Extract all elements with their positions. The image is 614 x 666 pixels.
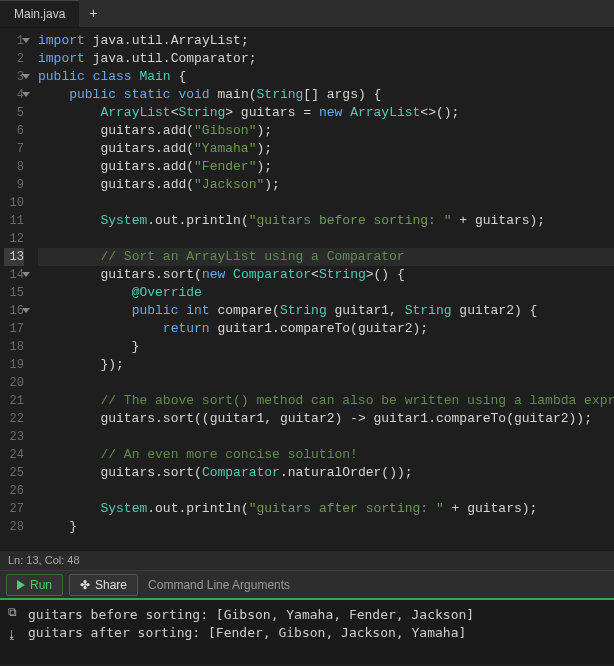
console-panel: ⧉ ⭳ guitars before sorting: [Gibson, Yam… [0,600,614,664]
line-number: 17 [4,320,24,338]
line-number: 12 [4,230,24,248]
line-number: 7 [4,140,24,158]
code-line[interactable]: public class Main { [38,68,614,86]
code-line[interactable]: System.out.println("guitars before sorti… [38,212,614,230]
code-line[interactable]: public int compare(String guitar1, Strin… [38,302,614,320]
line-gutter: 1234567891011121314151617181920212223242… [0,28,30,550]
line-number: 4 [4,86,24,104]
code-line[interactable]: return guitar1.compareTo(guitar2); [38,320,614,338]
line-number: 24 [4,446,24,464]
code-line[interactable]: } [38,518,614,536]
line-number: 16 [4,302,24,320]
line-number: 28 [4,518,24,536]
toolbar: Run ✤ Share Command Line Arguments [0,570,614,600]
code-line[interactable]: @Override [38,284,614,302]
code-line[interactable]: // An even more concise solution! [38,446,614,464]
code-line[interactable]: import java.util.Comparator; [38,50,614,68]
tab-main-java[interactable]: Main.java [0,0,79,27]
share-button[interactable]: ✤ Share [69,574,138,596]
line-number: 10 [4,194,24,212]
code-line[interactable]: public static void main(String[] args) { [38,86,614,104]
line-number: 15 [4,284,24,302]
line-number: 20 [4,374,24,392]
code-line[interactable]: } [38,338,614,356]
code-line[interactable] [38,230,614,248]
code-line[interactable]: guitars.add("Gibson"); [38,122,614,140]
status-bar: Ln: 13, Col: 48 [0,550,614,570]
tab-bar: Main.java + [0,0,614,28]
code-line[interactable] [38,482,614,500]
line-number: 14 [4,266,24,284]
code-line[interactable]: guitars.add("Yamaha"); [38,140,614,158]
code-line[interactable]: guitars.sort((guitar1, guitar2) -> guita… [38,410,614,428]
code-line[interactable]: guitars.add("Jackson"); [38,176,614,194]
line-number: 1 [4,32,24,50]
line-number: 18 [4,338,24,356]
line-number: 26 [4,482,24,500]
line-number: 3 [4,68,24,86]
console-output: guitars before sorting: [Gibson, Yamaha,… [24,600,478,664]
code-area[interactable]: import java.util.ArrayList;import java.u… [30,28,614,550]
code-line[interactable]: }); [38,356,614,374]
console-toolbar: ⧉ ⭳ [0,600,24,664]
code-line[interactable] [38,428,614,446]
code-line[interactable]: guitars.add("Fender"); [38,158,614,176]
share-icon: ✤ [80,578,90,592]
run-button[interactable]: Run [6,574,63,596]
cursor-position: Ln: 13, Col: 48 [8,554,80,566]
code-line[interactable]: // Sort an ArrayList using a Comparator [38,248,614,266]
line-number: 22 [4,410,24,428]
line-number: 19 [4,356,24,374]
code-line[interactable]: import java.util.ArrayList; [38,32,614,50]
share-label: Share [95,578,127,592]
line-number: 11 [4,212,24,230]
code-line[interactable]: ArrayList<String> guitars = new ArrayLis… [38,104,614,122]
code-line[interactable]: guitars.sort(Comparator.naturalOrder()); [38,464,614,482]
code-editor[interactable]: 1234567891011121314151617181920212223242… [0,28,614,550]
line-number: 23 [4,428,24,446]
line-number: 21 [4,392,24,410]
line-number: 8 [4,158,24,176]
line-number: 9 [4,176,24,194]
line-number: 25 [4,464,24,482]
add-tab-button[interactable]: + [79,0,107,28]
code-line[interactable] [38,194,614,212]
code-line[interactable]: System.out.println("guitars after sortin… [38,500,614,518]
line-number: 2 [4,50,24,68]
command-line-args-input[interactable]: Command Line Arguments [144,578,290,592]
line-number: 13 [4,248,24,266]
download-icon[interactable]: ⭳ [5,628,19,642]
line-number: 27 [4,500,24,518]
code-line[interactable]: // The above sort() method can also be w… [38,392,614,410]
line-number: 5 [4,104,24,122]
run-label: Run [30,578,52,592]
line-number: 6 [4,122,24,140]
code-line[interactable] [38,374,614,392]
play-icon [17,580,25,590]
code-line[interactable]: guitars.sort(new Comparator<String>() { [38,266,614,284]
copy-icon[interactable]: ⧉ [5,606,19,620]
